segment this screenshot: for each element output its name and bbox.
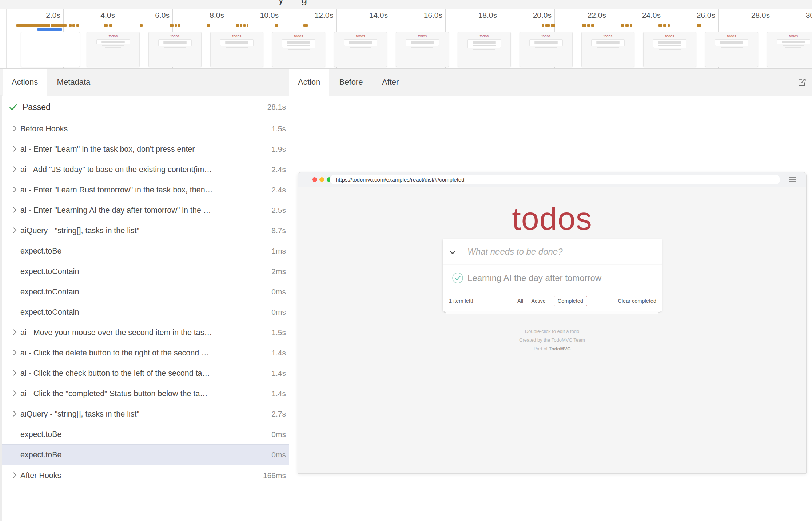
- action-duration: 1.9s: [271, 139, 286, 159]
- action-duration: 1.4s: [271, 343, 286, 363]
- filter-active[interactable]: Active: [531, 298, 546, 304]
- todo-toggle-checked-icon[interactable]: [447, 267, 468, 290]
- tab-metadata[interactable]: Metadata: [48, 69, 99, 96]
- filmstrip-thumbnail[interactable]: todos: [87, 32, 140, 67]
- action-row[interactable]: ai - Enter "Learn" in the task box, don'…: [2, 139, 289, 159]
- action-row[interactable]: expect.toContain 0ms: [2, 282, 289, 302]
- tab-after[interactable]: After: [373, 69, 407, 96]
- timeline-action-mark: [178, 24, 180, 27]
- info-line: Double-click to edit a todo: [298, 327, 806, 336]
- action-row[interactable]: ai - Click the "completed" Status button…: [2, 383, 289, 404]
- timeline-action-mark: [551, 24, 555, 27]
- timeline-action-mark: [663, 24, 666, 27]
- thumbnail-app-box: [344, 39, 377, 46]
- filmstrip-thumbnail[interactable]: todos: [520, 32, 573, 67]
- filmstrip-thumbnail[interactable]: todos: [148, 32, 202, 67]
- action-row[interactable]: expect.toContain 2ms: [2, 261, 289, 282]
- action-label: expect.toContain: [20, 302, 249, 322]
- test-duration: 28.1s: [267, 95, 286, 119]
- thumbnail-app-box: [96, 39, 130, 44]
- new-todo-placeholder[interactable]: What needs to be done?: [467, 239, 563, 265]
- detail-panel: Action Before After https://todomvc.com/…: [289, 68, 812, 521]
- action-row[interactable]: ai - Enter "Learn Rust tomorrow" in the …: [2, 180, 289, 200]
- action-row[interactable]: ai - Add "JS today" to base on the exist…: [2, 159, 289, 180]
- timeline-tick-label: 16.0s: [402, 11, 442, 20]
- action-row[interactable]: Before Hooks 1.5s: [2, 119, 289, 139]
- card-stack-edge: [446, 312, 658, 314]
- menu-icon[interactable]: [789, 177, 796, 182]
- clear-completed-button[interactable]: Clear completed: [618, 291, 656, 311]
- action-label: ai - Enter "Learn Rust tomorrow" in the …: [20, 180, 249, 200]
- address-bar[interactable]: https://todomvc.com/examples/react/dist/…: [330, 175, 780, 184]
- action-row[interactable]: expect.toContain 0ms: [2, 302, 289, 322]
- filmstrip-thumbnail[interactable]: [21, 32, 80, 67]
- timeline-action-mark: [207, 24, 210, 27]
- action-row[interactable]: aiQuery - "string[], tasks in the list" …: [2, 220, 289, 241]
- filmstrip-thumbnail[interactable]: todos: [210, 32, 263, 67]
- new-todo-row[interactable]: What needs to be done?: [443, 239, 662, 265]
- thumbnail-todos-label: todos: [211, 34, 263, 38]
- chevron-right-icon[interactable]: [10, 124, 19, 133]
- timeline-action-mark: [542, 24, 544, 27]
- todomvc-link[interactable]: TodoMVC: [549, 346, 571, 351]
- filmstrip-thumbnail[interactable]: todos: [705, 32, 758, 67]
- action-row[interactable]: ai - Enter "Learning AI the day after to…: [2, 200, 289, 220]
- timeline-tick-label: 26.0s: [675, 11, 715, 20]
- chevron-right-icon[interactable]: [10, 471, 19, 480]
- chevron-right-icon[interactable]: [10, 369, 19, 377]
- action-row[interactable]: ai - Click the delete button to the righ…: [2, 343, 289, 363]
- filmstrip-thumbnail[interactable]: todos: [581, 32, 634, 67]
- traffic-light-red[interactable]: [312, 177, 317, 182]
- url-text: https://todomvc.com/examples/react/dist/…: [330, 175, 780, 184]
- filter-completed[interactable]: Completed: [554, 296, 587, 306]
- chevron-right-icon[interactable]: [10, 348, 19, 357]
- thumbnail-todos-label: todos: [396, 34, 449, 38]
- chevron-right-icon[interactable]: [10, 328, 19, 337]
- action-row[interactable]: ai - Move your mouse over the second ite…: [2, 322, 289, 343]
- tab-action[interactable]: Action: [289, 69, 329, 96]
- filmstrip-thumbnail[interactable]: todos: [334, 32, 387, 67]
- filmstrip-thumbnail[interactable]: todos: [396, 32, 449, 67]
- action-row[interactable]: aiQuery - "string[], tasks in the list" …: [2, 404, 289, 424]
- filmstrip-thumbnail[interactable]: todos: [272, 32, 325, 67]
- chevron-right-icon[interactable]: [10, 389, 19, 398]
- filmstrip-thumbnail[interactable]: todos: [767, 32, 812, 67]
- filmstrip-thumbnail[interactable]: todos: [643, 32, 696, 67]
- chevron-right-icon[interactable]: [10, 226, 19, 235]
- action-row[interactable]: expect.toBe 1ms: [2, 241, 289, 261]
- todo-item[interactable]: Learning AI the day after tomorrow: [443, 265, 662, 291]
- action-row[interactable]: expect.toBe 0ms: [2, 444, 289, 465]
- action-duration: 0ms: [271, 282, 286, 302]
- browser-snapshot: https://todomvc.com/examples/react/dist/…: [298, 172, 807, 474]
- action-duration: 0ms: [271, 445, 286, 465]
- tab-actions[interactable]: Actions: [3, 69, 47, 96]
- filmstrip-thumbnail[interactable]: todos: [458, 32, 511, 67]
- traffic-light-yellow[interactable]: [319, 177, 324, 182]
- action-duration: 1.4s: [271, 363, 286, 383]
- timeline-action-mark: [582, 24, 586, 27]
- tab-before[interactable]: Before: [331, 69, 372, 96]
- action-row[interactable]: After Hooks 166ms: [2, 465, 289, 486]
- thumbnail-app-box: [282, 39, 315, 48]
- clipped-title-strike: [329, 4, 355, 4]
- chevron-right-icon[interactable]: [10, 206, 19, 214]
- timeline-action-mark: [625, 24, 629, 27]
- action-duration: 2.4s: [271, 180, 286, 200]
- open-external-icon[interactable]: [797, 77, 807, 87]
- chevron-right-icon[interactable]: [10, 144, 19, 153]
- thumbnail-app-box: [529, 39, 562, 46]
- thumbnail-app-box: [467, 39, 501, 48]
- timeline-action-mark: [668, 24, 670, 27]
- toggle-all-chevron-icon[interactable]: [449, 250, 456, 256]
- action-row[interactable]: expect.toBe 0ms: [2, 424, 289, 445]
- timeline-selected-range[interactable]: [37, 28, 62, 31]
- timeline[interactable]: 2.0s4.0s6.0s8.0s10.0s12.0s14.0s16.0s18.0…: [0, 9, 812, 68]
- filter-all[interactable]: All: [517, 298, 523, 304]
- timeline-action-mark: [51, 24, 67, 27]
- left-tabbar: Actions Metadata: [0, 68, 289, 96]
- chevron-right-icon[interactable]: [10, 185, 19, 194]
- chevron-right-icon[interactable]: [10, 165, 19, 174]
- action-label: ai - Click the delete button to the righ…: [20, 343, 249, 363]
- chevron-right-icon[interactable]: [10, 409, 19, 418]
- action-row[interactable]: ai - Click the check button to the left …: [2, 363, 289, 383]
